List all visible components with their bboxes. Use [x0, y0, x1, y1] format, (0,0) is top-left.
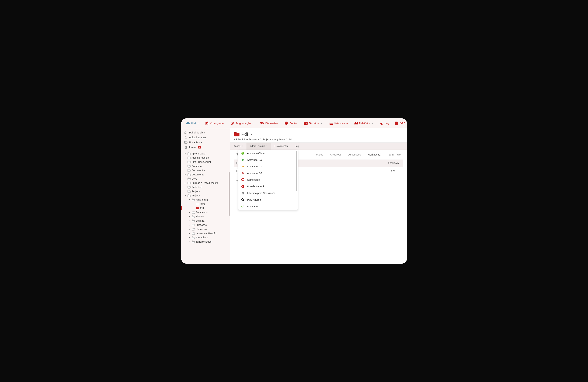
folder-open-icon	[192, 228, 195, 231]
tree-prefeitura[interactable]: Prefeitura	[181, 185, 230, 189]
action-bar: Ações▼ Alterar Status▼ Lista mestra Log	[230, 142, 407, 150]
folder-plus-icon	[184, 141, 188, 144]
dropdown-scrollbar[interactable]	[296, 151, 297, 191]
collapse-icon[interactable]: ▼	[184, 195, 187, 196]
sidebar-lixeira[interactable]: Lixeira1	[181, 145, 230, 150]
tree-aprendizado[interactable]: ▶Aprendizado	[181, 151, 230, 156]
expand-icon[interactable]: ▶	[189, 228, 191, 230]
status-aprovador-1-3[interactable]: 1Aprovador 1/3	[238, 157, 298, 163]
expand-icon[interactable]: ▶	[189, 224, 191, 226]
crumb-arquitetura[interactable]: Arquitetura	[274, 138, 286, 141]
status-aprovador-3-3[interactable]: 3Aprovador 3/3	[238, 170, 298, 177]
action-alterar-status[interactable]: Alterar Status▼	[247, 142, 271, 150]
content-area: Aprovado Cliente 1Aprovador 1/3 2Aprovad…	[230, 150, 407, 263]
tree-projects[interactable]: Projects	[181, 189, 230, 193]
tree-documents[interactable]: ▶Documents	[181, 172, 230, 177]
nav-lista-mestra[interactable]: Lista mestra	[329, 122, 348, 125]
top-navbar: BIM▼ Cronograma Programação▼ Discussões …	[181, 119, 407, 128]
nav-terceiros[interactable]: Terceiros▼	[304, 122, 322, 125]
action-acoes[interactable]: Ações▼	[230, 142, 247, 150]
magnify-icon	[241, 198, 244, 201]
page-title: Pdf ▼	[234, 132, 403, 137]
tree-terraplenagem[interactable]: ▶Terraplenagem	[181, 240, 230, 244]
crumb-current: Pdf	[289, 138, 292, 141]
cubes-icon	[186, 121, 190, 125]
action-log[interactable]: Log	[291, 142, 302, 150]
col-revisao[interactable]: REVISÃO	[388, 162, 400, 165]
tab-discussoes[interactable]: Discussões	[348, 153, 361, 156]
expand-icon[interactable]: ▶	[184, 153, 187, 154]
nav-copias[interactable]: Cópias	[285, 121, 297, 125]
tab-sem-titulo[interactable]: Sem Título	[388, 153, 401, 156]
status-aprovado[interactable]: Aprovado	[238, 203, 298, 210]
tree-projetos[interactable]: ▼Projetos	[181, 193, 230, 198]
tree-bim-res[interactable]: BIM - Residencial	[181, 160, 230, 164]
breadcrumb: A.Piffer Prime Residence\ Projetos\ Arqu…	[234, 138, 403, 141]
tab-markups[interactable]: Markups (1)	[368, 153, 381, 156]
tree-dwg-sub[interactable]: Dwg	[181, 202, 230, 206]
tab-checkout[interactable]: Checkout	[330, 153, 341, 156]
action-lista-mestra[interactable]: Lista mestra	[271, 142, 291, 150]
tree-atas[interactable]: Atas de reunião	[181, 156, 230, 160]
tree-entrega[interactable]: ▶Entrega e Recolhimento	[181, 181, 230, 185]
status-erro-emissao[interactable]: Erro de Emissão	[238, 183, 298, 190]
tree-arquitetura[interactable]: ▼Arquitetura	[181, 198, 230, 202]
tree-imperm[interactable]: ▶Impermeabilização	[181, 231, 230, 235]
nav-grd[interactable]: GRD	[395, 121, 405, 125]
nav-relatorios[interactable]: Relatórios▼	[354, 122, 374, 125]
sidebar-painel[interactable]: Painel da obra	[181, 130, 230, 135]
tree-documentos[interactable]: Documentos	[181, 168, 230, 172]
status-para-analise[interactable]: Para Análise	[238, 196, 298, 203]
badge-red-icon: 3	[241, 172, 244, 175]
caret-down-icon: ▼	[252, 122, 254, 124]
nav-discussoes[interactable]: Discussões	[260, 122, 278, 125]
folder-open-icon	[192, 224, 195, 226]
check-icon	[241, 205, 244, 208]
folder-open-icon	[188, 169, 191, 172]
tree-estrutra[interactable]: ▶Estrutra	[181, 219, 230, 223]
expand-icon[interactable]: ▶	[184, 182, 187, 184]
expand-icon[interactable]: ▶	[189, 237, 191, 238]
crumb-root[interactable]: A.Piffer Prime Residence	[234, 138, 259, 141]
tree-dwg[interactable]: DWG	[181, 177, 230, 181]
tree-hidraulica[interactable]: ▶Hidráulica	[181, 227, 230, 231]
nav-bim[interactable]: BIM▼	[186, 121, 199, 125]
history-icon	[380, 121, 383, 125]
sidebar-scrollbar[interactable]	[229, 172, 230, 216]
nav-programacao[interactable]: Programação▼	[231, 121, 254, 125]
svg-text:2: 2	[242, 166, 243, 167]
page-header: Pdf ▼ A.Piffer Prime Residence\ Projetos…	[230, 128, 407, 142]
tree-eletrica[interactable]: ▶Elétrica	[181, 214, 230, 219]
comment-icon	[241, 178, 244, 181]
caret-down-icon: ▼	[266, 145, 268, 147]
crumb-projetos[interactable]: Projetos	[263, 138, 271, 141]
tree-compara[interactable]: Compara	[181, 164, 230, 168]
document-icon	[395, 121, 399, 125]
folder-icon	[188, 173, 191, 176]
dropdown-more-icon[interactable]: ▼	[295, 207, 297, 209]
status-comentado[interactable]: Comentado	[238, 177, 298, 183]
status-aprovado-cliente[interactable]: Aprovado Cliente	[238, 150, 298, 157]
status-aprovador-2-3[interactable]: 2Aprovador 2/3	[238, 163, 298, 170]
folder-open-icon	[188, 178, 191, 180]
nav-log[interactable]: Log	[380, 121, 389, 125]
collapse-icon[interactable]: ▼	[189, 199, 191, 201]
caret-down-icon[interactable]: ▼	[251, 133, 252, 135]
expand-icon[interactable]: ▶	[189, 211, 191, 213]
tree-bombeiros[interactable]: ▶Bombeiros	[181, 210, 230, 214]
status-liberado-construcao[interactable]: Liberado para Construção	[238, 190, 298, 196]
expand-icon[interactable]: ▶	[189, 216, 191, 217]
tree-paisagismo[interactable]: ▶Paisagismo	[181, 235, 230, 240]
expand-icon[interactable]: ▶	[184, 174, 187, 175]
expand-icon[interactable]: ▶	[189, 232, 191, 234]
tree-pdf-sub[interactable]: Pdf	[181, 206, 230, 210]
nav-cronograma[interactable]: Cronograma	[205, 121, 224, 125]
tree-fundacao[interactable]: ▶Fundação	[181, 223, 230, 227]
contact-icon	[304, 122, 308, 125]
expand-icon[interactable]: ▶	[189, 220, 191, 221]
sidebar-upload[interactable]: Upload Express	[181, 135, 230, 140]
sidebar-nova-pasta[interactable]: Nova Pasta	[181, 140, 230, 145]
caret-down-icon: ▼	[197, 122, 199, 124]
tab-eados-partial[interactable]: eados	[316, 153, 323, 156]
expand-icon[interactable]: ▶	[189, 241, 191, 242]
